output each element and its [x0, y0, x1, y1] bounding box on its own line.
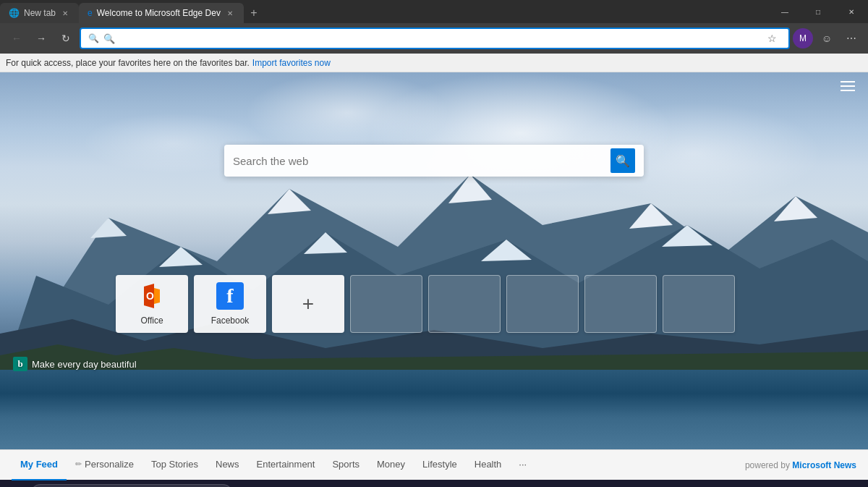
facebook-label: Facebook	[211, 316, 250, 326]
minimize-button[interactable]: —	[768, 0, 801, 23]
back-button[interactable]: ←	[6, 27, 27, 49]
quick-link-empty-3[interactable]	[506, 275, 579, 333]
tab-strip: 🌐 New tab ✕ e Welcome to Microsoft Edge …	[0, 0, 768, 23]
window-controls: — □ ✕	[768, 0, 868, 23]
search-submit-button[interactable]: 🔍	[610, 148, 635, 173]
refresh-button[interactable]: ↻	[55, 27, 77, 49]
news-bar: My Feed ✏ Personalize Top Stories News E…	[0, 449, 868, 480]
svg-text:O: O	[146, 290, 154, 302]
favorite-button[interactable]: ☆	[762, 29, 781, 48]
office-icon: O	[138, 282, 166, 310]
tab-sports[interactable]: Sports	[323, 450, 368, 480]
new-tab-button[interactable]: +	[244, 3, 264, 23]
hamburger-menu[interactable]	[841, 81, 855, 91]
chrome-app-button[interactable]	[292, 481, 318, 487]
search-icon: 🔍	[88, 33, 99, 43]
tab-money[interactable]: Money	[368, 450, 414, 480]
quick-link-empty-4[interactable]	[584, 275, 657, 333]
search-magnifier-icon: 🔍	[616, 154, 630, 168]
powered-by-text: powered by	[745, 460, 790, 470]
personalize-label: Personalize	[85, 459, 134, 470]
quick-link-empty-1[interactable]	[350, 275, 422, 333]
edge-taskbar-button[interactable]: e	[347, 481, 373, 487]
forward-button[interactable]: →	[30, 27, 52, 49]
notification-button[interactable]: ⬜	[842, 484, 862, 487]
search-input[interactable]	[233, 155, 605, 167]
bing-tagline: Make every day beautiful	[32, 359, 137, 370]
taskbar-search[interactable]: ○ Escribe aquí para buscar 🎤	[30, 484, 233, 487]
quick-link-empty-2[interactable]	[428, 275, 501, 333]
tab-my-feed[interactable]: My Feed	[12, 450, 67, 480]
purple-app-button[interactable]	[265, 481, 291, 487]
entertainment-label: Entertainment	[257, 459, 315, 470]
fav-bar-message: For quick access, place your favorites h…	[6, 58, 250, 68]
profile-initial: M	[799, 33, 807, 43]
new-tab-label: New tab	[24, 8, 56, 18]
quick-link-add[interactable]: +	[272, 275, 344, 333]
fav-bar: For quick access, place your favorites h…	[0, 54, 868, 72]
add-icon: +	[294, 290, 322, 318]
start-button[interactable]	[3, 481, 29, 487]
office-label: Office	[140, 316, 163, 326]
browser-content: 🔍 O Office f Facebook +	[0, 72, 868, 449]
quick-link-empty-5[interactable]	[663, 275, 735, 333]
tab-more[interactable]: ···	[510, 450, 535, 480]
bing-logo: b	[13, 357, 27, 371]
whatsapp-button[interactable]: 💬	[375, 481, 401, 487]
task-view-button[interactable]: ⊞	[237, 481, 263, 487]
tab-health[interactable]: Health	[466, 450, 511, 480]
blue-app-button[interactable]: ⊙	[457, 481, 483, 487]
search-box: 🔍	[224, 145, 644, 177]
settings-button[interactable]: ⋯	[841, 27, 862, 49]
facebook-icon: f	[216, 282, 244, 310]
pencil-icon: ✏	[75, 460, 82, 469]
quick-links: O Office f Facebook +	[116, 275, 735, 333]
search-container: 🔍	[224, 145, 644, 177]
emoji-button[interactable]: ☺	[816, 27, 838, 49]
news-label: News	[216, 459, 239, 470]
nav-bar: ← → ↻ 🔍 ☆ M ☺ ⋯	[0, 23, 868, 54]
close-button[interactable]: ✕	[835, 0, 868, 23]
title-bar: 🌐 New tab ✕ e Welcome to Microsoft Edge …	[0, 0, 868, 23]
tab-entertainment[interactable]: Entertainment	[248, 450, 324, 480]
health-label: Health	[475, 459, 502, 470]
my-feed-label: My Feed	[20, 459, 58, 470]
more-label: ···	[519, 459, 527, 470]
tab-top-stories[interactable]: Top Stories	[142, 450, 207, 480]
new-tab-favicon: 🌐	[9, 8, 20, 18]
address-right-icons: ☆	[762, 29, 781, 48]
address-input[interactable]	[103, 33, 758, 44]
import-favorites-link[interactable]: Import favorites now	[252, 58, 331, 68]
address-bar[interactable]: 🔍 ☆	[80, 27, 790, 49]
sports-label: Sports	[332, 459, 359, 470]
edge-dev-label: Welcome to Microsoft Edge Dev	[97, 8, 221, 18]
tab-news[interactable]: News	[207, 450, 248, 480]
tab-edge-dev[interactable]: e Welcome to Microsoft Edge Dev ✕	[79, 3, 244, 23]
menu-line	[841, 81, 855, 82]
tab-personalize[interactable]: ✏ Personalize	[67, 450, 142, 480]
bing-watermark: b Make every day beautiful	[13, 357, 137, 371]
lake	[0, 370, 868, 449]
profile-button[interactable]: M	[793, 28, 813, 48]
edge-dev-close[interactable]: ✕	[225, 8, 235, 18]
system-tray: ⌨ 📶 🔊 🔋 ⌃ 9:33 10/04/2019 ⬜	[724, 484, 865, 487]
top-stories-label: Top Stories	[151, 459, 198, 470]
tab-new-tab[interactable]: 🌐 New tab ✕	[0, 3, 79, 23]
yellow-app-button[interactable]	[430, 481, 456, 487]
taskbar-apps: ⊞ e 💬 ✈	[237, 481, 483, 487]
new-tab-close[interactable]: ✕	[60, 8, 70, 18]
money-label: Money	[377, 459, 405, 470]
maximize-button[interactable]: □	[801, 0, 835, 23]
tab-lifestyle[interactable]: Lifestyle	[414, 450, 466, 480]
powered-by: powered by Microsoft News	[745, 460, 856, 470]
quick-link-office[interactable]: O Office	[116, 275, 188, 333]
lifestyle-label: Lifestyle	[422, 459, 457, 470]
edge-dev-favicon: e	[88, 8, 93, 18]
microsoft-news-brand: Microsoft News	[792, 460, 856, 470]
taskbar: ○ Escribe aquí para buscar 🎤 ⊞	[0, 480, 868, 487]
menu-line	[841, 90, 855, 91]
files-app-button[interactable]	[320, 481, 346, 487]
menu-line	[841, 85, 855, 87]
quick-link-facebook[interactable]: f Facebook	[194, 275, 266, 333]
telegram-button[interactable]: ✈	[402, 481, 428, 487]
